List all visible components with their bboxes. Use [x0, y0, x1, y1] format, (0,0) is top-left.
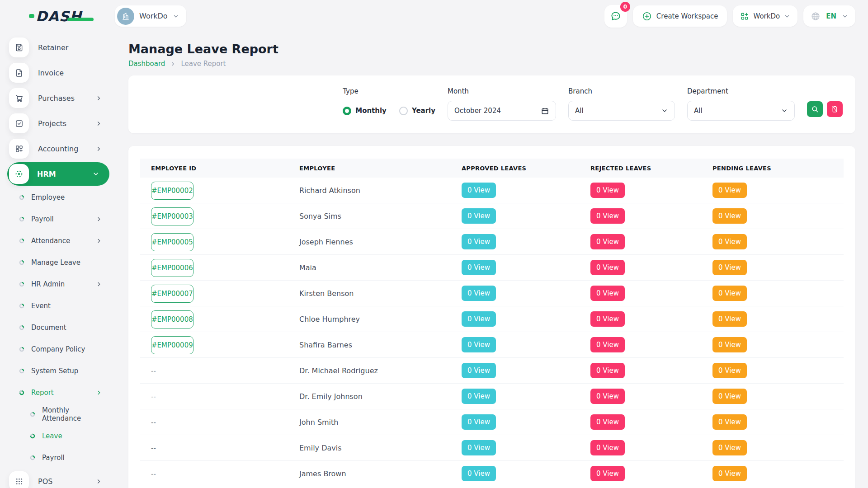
employee-name: Chloe Humphrey: [299, 315, 462, 324]
pending-leaves-badge[interactable]: 0 View: [712, 337, 747, 352]
sidebar-item-employee[interactable]: Employee: [7, 187, 109, 208]
month-filter-group: Month October 2024: [448, 87, 556, 133]
month-input[interactable]: October 2024: [448, 101, 556, 121]
pending-leaves-badge[interactable]: 0 View: [712, 440, 747, 455]
sidebar-item-leave[interactable]: Leave: [7, 425, 109, 447]
rejected-leaves-badge[interactable]: 0 View: [590, 311, 625, 327]
sidebar-item-payroll[interactable]: Payroll: [7, 208, 109, 230]
create-workspace-button[interactable]: Create Workspace: [633, 5, 727, 27]
rejected-leaves-badge[interactable]: 0 View: [590, 208, 625, 224]
sidebar-item-document[interactable]: Document: [7, 317, 109, 338]
sidebar-item-system-setup[interactable]: System Setup: [7, 360, 109, 382]
logo-text: DASH: [36, 8, 82, 24]
sidebar-item-hrm[interactable]: HRM: [7, 162, 109, 186]
approved-leaves-badge[interactable]: 0 View: [462, 311, 496, 327]
branch-select[interactable]: All: [568, 101, 675, 121]
sidebar-item-attendance[interactable]: Attendance: [7, 230, 109, 252]
pending-leaves-badge[interactable]: 0 View: [712, 363, 747, 378]
check-square-icon: [14, 119, 24, 128]
rejected-leaves-badge[interactable]: 0 View: [590, 389, 625, 404]
sidebar-item-report[interactable]: Report: [7, 382, 109, 404]
breadcrumb-dashboard-link[interactable]: Dashboard: [128, 60, 165, 68]
approved-leaves-badge[interactable]: 0 View: [462, 440, 496, 455]
employee-id-badge[interactable]: #EMP00005: [151, 233, 193, 251]
approved-leaves-badge[interactable]: 0 View: [462, 234, 496, 249]
sidebar-item-payroll-report[interactable]: Payroll: [7, 447, 109, 469]
radio-yearly[interactable]: Yearly: [399, 107, 435, 115]
pending-leaves-badge[interactable]: 0 View: [712, 414, 747, 430]
pending-leaves-badge[interactable]: 0 View: [712, 466, 747, 481]
rejected-leaves-badge[interactable]: 0 View: [590, 337, 625, 352]
rejected-leaves-badge[interactable]: 0 View: [590, 440, 625, 455]
approved-leaves-badge[interactable]: 0 View: [462, 183, 496, 198]
sidebar-item-company-policy[interactable]: Company Policy: [7, 338, 109, 360]
grid-plus-icon: [740, 12, 749, 21]
pending-leaves-badge[interactable]: 0 View: [712, 208, 747, 224]
approved-leaves-badge[interactable]: 0 View: [462, 389, 496, 404]
approved-leaves-badge[interactable]: 0 View: [462, 363, 496, 378]
col-employee-id: EMPLOYEE ID: [151, 165, 299, 172]
sidebar-item-pos[interactable]: POS: [7, 469, 109, 488]
radio-monthly[interactable]: Monthly: [343, 107, 387, 115]
approved-leaves-badge[interactable]: 0 View: [462, 337, 496, 352]
language-selector[interactable]: EN: [803, 5, 855, 27]
calendar-icon: [541, 107, 549, 115]
language-label: EN: [826, 12, 836, 20]
employee-id-badge[interactable]: #EMP00007: [151, 285, 193, 303]
employee-id-badge[interactable]: #EMP00008: [151, 310, 193, 328]
approved-leaves-badge[interactable]: 0 View: [462, 286, 496, 301]
chevron-right-icon: [170, 61, 176, 67]
breadcrumb: Dashboard Leave Report: [128, 60, 855, 68]
sidebar-item-projects[interactable]: Projects: [7, 111, 109, 136]
topbar-actions: 0 Create Workspace WorkDo EN: [604, 5, 868, 28]
rejected-leaves-badge[interactable]: 0 View: [590, 286, 625, 301]
employee-name: Richard Atkinson: [299, 186, 462, 195]
messages-button[interactable]: 0: [604, 5, 627, 28]
table-row: #EMP00006 Maia 0 View 0 View 0 View: [140, 254, 844, 280]
department-select[interactable]: All: [687, 101, 795, 121]
sidebar-item-manage-leave[interactable]: Manage Leave: [7, 252, 109, 273]
employee-id-badge[interactable]: #EMP00002: [151, 182, 193, 200]
table-row: #EMP00007 Kirsten Benson 0 View 0 View 0…: [140, 280, 844, 306]
employee-id-badge[interactable]: #EMP00003: [151, 207, 193, 225]
sidebar-item-purchases[interactable]: Purchases: [7, 85, 109, 111]
pending-leaves-badge[interactable]: 0 View: [712, 286, 747, 301]
filter-card: Type Monthly Yearly Month: [128, 75, 855, 133]
approved-leaves-badge[interactable]: 0 View: [462, 414, 496, 430]
pending-leaves-badge[interactable]: 0 View: [712, 183, 747, 198]
sidebar-item-invoice[interactable]: Invoice: [7, 60, 109, 85]
rejected-leaves-badge[interactable]: 0 View: [590, 260, 625, 275]
pending-leaves-badge[interactable]: 0 View: [712, 311, 747, 327]
workspace-selector[interactable]: WorkDo: [115, 5, 186, 27]
rejected-leaves-badge[interactable]: 0 View: [590, 183, 625, 198]
sidebar-item-monthly-attendance[interactable]: Monthly Attendance: [7, 404, 109, 425]
pending-leaves-badge[interactable]: 0 View: [712, 389, 747, 404]
employee-name: James Brown: [299, 469, 462, 478]
workdo-menu-label: WorkDo: [753, 12, 780, 20]
pending-leaves-badge[interactable]: 0 View: [712, 260, 747, 275]
search-button[interactable]: [807, 101, 823, 117]
pending-leaves-badge[interactable]: 0 View: [712, 234, 747, 249]
sidebar-item-hr-admin[interactable]: HR Admin: [7, 273, 109, 295]
sidebar-item-event[interactable]: Event: [7, 295, 109, 317]
page-title: Manage Leave Report: [128, 42, 855, 56]
employee-id-badge[interactable]: #EMP00006: [151, 259, 193, 277]
rejected-leaves-badge[interactable]: 0 View: [590, 466, 625, 481]
rejected-leaves-badge[interactable]: 0 View: [590, 234, 625, 249]
sidebar-item-retainer[interactable]: Retainer: [7, 35, 109, 60]
employee-name: Shafira Barnes: [299, 341, 462, 349]
approved-leaves-badge[interactable]: 0 View: [462, 208, 496, 224]
workdo-menu-button[interactable]: WorkDo: [733, 5, 797, 27]
employee-name: Sonya Sims: [299, 212, 462, 221]
employee-id-badge[interactable]: #EMP00009: [151, 336, 193, 354]
reset-button[interactable]: [827, 101, 843, 117]
rejected-leaves-badge[interactable]: 0 View: [590, 414, 625, 430]
bullet-icon: [30, 412, 35, 417]
approved-leaves-badge[interactable]: 0 View: [462, 466, 496, 481]
approved-leaves-badge[interactable]: 0 View: [462, 260, 496, 275]
plus-circle-icon: [642, 11, 652, 21]
dash-logo[interactable]: DASH: [29, 8, 82, 24]
sidebar-item-accounting[interactable]: Accounting: [7, 136, 109, 161]
col-rejected: REJECTED LEAVES: [590, 165, 712, 172]
rejected-leaves-badge[interactable]: 0 View: [590, 363, 625, 378]
